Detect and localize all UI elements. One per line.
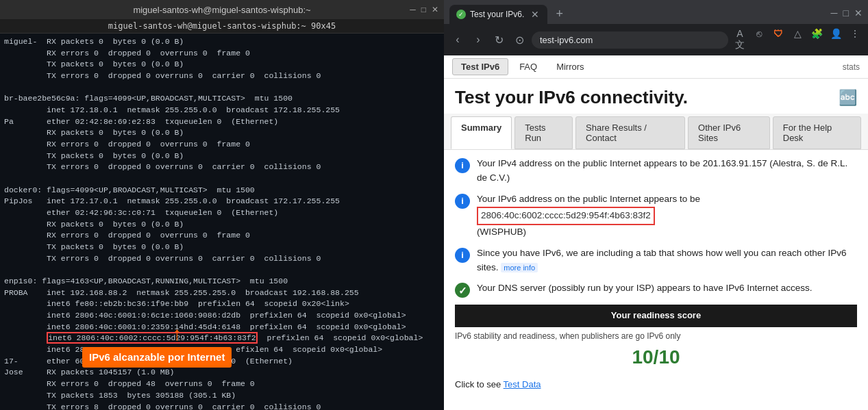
ipv6-arrow-label: IPv6 alcanzable por Internet xyxy=(82,347,232,368)
test-data-row: Click to see Test Data xyxy=(455,378,857,392)
term-line: TX packets 0 bytes 0 (0.0 B) xyxy=(4,151,440,162)
profile-icon[interactable]: 👤 xyxy=(828,28,843,51)
term-line: RX packets 0 bytes 0 (0.0 B) xyxy=(4,127,440,139)
info-icon-ipv6: i xyxy=(455,194,470,209)
terminal-body: miguel- RX packets 0 bytes 0 (0.0 B) RX … xyxy=(0,34,444,410)
ipv6-address-highlight: inet6 2806:40c:6002:cccc:5d29:954f:4b63:… xyxy=(47,332,258,344)
wallet-icon[interactable]: △ xyxy=(790,28,805,51)
menu-button[interactable]: ⋮ xyxy=(847,28,863,51)
term-line: PipJos inet 172.17.0.1 netmask 255.255.0… xyxy=(4,196,440,207)
info-icon-dns: ✓ xyxy=(455,283,470,298)
dns-info-text: Your DNS server (possibly run by your IS… xyxy=(477,281,857,296)
website-content: Test IPv6 FAQ Mirrors stats Test your IP… xyxy=(444,55,868,410)
term-line: docker0: flags=4099<UP,BROADCAST,MULTICA… xyxy=(4,185,440,196)
toolbar-icons: A文 ⎋ 🛡 △ 🧩 👤 ⋮ xyxy=(732,28,863,51)
terminal-subtitle: miguel-santos-wh@miguel-santos-wisphub:~… xyxy=(0,19,444,34)
readiness-score-bar: Your readiness score xyxy=(455,305,857,326)
tab-for-help-desk[interactable]: For the Help Desk xyxy=(773,116,861,149)
term-line: PROBA inet 192.168.88.2 netmask 255.255.… xyxy=(4,287,440,299)
translate-icon[interactable]: 🔤 xyxy=(839,89,857,107)
term-line: TX errors 0 dropped 0 overruns 0 carrier… xyxy=(4,253,440,265)
term-line: inet6 fe80::eb2b:bc36:1f9e:bb9 prefixlen… xyxy=(4,298,440,310)
new-tab-button[interactable]: + xyxy=(550,4,569,24)
ipv6-tab-info-row: i Since you have IPv6, we are including … xyxy=(455,246,857,275)
chrome-minimize-button[interactable]: ─ xyxy=(831,8,838,18)
tab-other-ipv6-sites[interactable]: Other IPv6 Sites xyxy=(688,116,770,149)
ipv6-tab-info-text: Since you have IPv6, we are including a … xyxy=(477,246,857,275)
browser-toolbar: ‹ › ↻ ⊙ A文 ⎋ 🛡 △ 🧩 👤 ⋮ xyxy=(444,24,868,55)
terminal-titlebar: miguel-santos-wh@miguel-santos-wisphub:~… xyxy=(0,0,444,19)
reload-button[interactable]: ↻ xyxy=(491,34,507,47)
info-icon-ipv4: i xyxy=(455,158,470,173)
arrow-up-icon: ↑ xyxy=(171,322,183,350)
terminal-title: miguel-santos-wh@miguel-santos-wisphub:~ xyxy=(133,5,310,15)
forward-button[interactable]: › xyxy=(470,34,486,46)
term-line: TX packets 1853 bytes 305188 (305.1 KB) xyxy=(4,390,440,402)
term-line: Pa ether 02:42:8e:69:e2:83 txqueuelen 0 … xyxy=(4,116,440,128)
term-line: RX errors 0 dropped 0 overruns 0 frame 0 xyxy=(4,230,440,242)
address-bar[interactable] xyxy=(532,31,728,49)
term-line: inet6 2806:40c:6001:0:2359:14hd:45d4:614… xyxy=(4,322,440,333)
chrome-window-controls: ─ □ ✕ xyxy=(831,8,863,21)
info-icon-tab: i xyxy=(455,248,470,263)
term-line xyxy=(4,173,440,185)
tab-summary[interactable]: Summary xyxy=(451,116,512,149)
tab-share-results[interactable]: Share Results / Contact xyxy=(575,116,685,149)
term-line-highlighted: inet6 2806:40c:6002:cccc:5d29:954f:4b63:… xyxy=(4,333,440,344)
term-line: RX errors 0 dropped 0 overruns 0 frame 0 xyxy=(4,48,440,60)
term-line: TX errors 8 dropped 0 overruns 0 carrier… xyxy=(4,402,440,411)
tab-close-button[interactable]: ✕ xyxy=(531,9,539,20)
ipv6-info-text: Your IPv6 address on the public Internet… xyxy=(477,192,857,240)
site-nav: Test IPv6 FAQ Mirrors stats xyxy=(444,55,868,79)
translate-icon[interactable]: A文 xyxy=(732,28,747,51)
minimize-button[interactable]: ─ xyxy=(410,5,416,14)
maximize-button[interactable]: □ xyxy=(421,5,426,14)
term-line xyxy=(4,264,440,276)
term-line: TX errors 0 dropped 0 overruns 0 carrier… xyxy=(4,71,440,82)
browser-chrome-bar: ✓ Test your IPv6. ✕ + ─ □ ✕ xyxy=(444,0,868,24)
test-data-link[interactable]: Test Data xyxy=(504,379,541,389)
score-display: 10/10 xyxy=(455,342,857,372)
term-line: inet 172.18.0.1 netmask 255.255.0.0 broa… xyxy=(4,105,440,116)
chrome-maximize-button[interactable]: □ xyxy=(843,8,849,18)
term-line: miguel- RX packets 0 bytes 0 (0.0 B) xyxy=(4,36,440,48)
dns-info-row: ✓ Your DNS server (possibly run by your … xyxy=(455,281,857,298)
ipv6-info-row: i Your IPv6 address on the public Intern… xyxy=(455,192,857,240)
term-line: RX errors 0 dropped 48 overruns 0 frame … xyxy=(4,379,440,390)
term-line: RX errors 0 dropped 0 overruns 0 frame 0 xyxy=(4,139,440,151)
site-nav-tab-mirrors[interactable]: Mirrors xyxy=(548,59,592,75)
term-line: TX errors 0 dropped 0 overruns 0 carrier… xyxy=(4,162,440,173)
term-line xyxy=(4,82,440,94)
brave-shield-icon[interactable]: 🛡 xyxy=(771,28,786,51)
term-line: TX packets 0 bytes 0 (0.0 B) xyxy=(4,59,440,71)
more-info-link[interactable]: more info xyxy=(501,263,538,272)
home-button[interactable]: ⊙ xyxy=(511,34,528,47)
content-tabs: Summary Tests Run Share Results / Contac… xyxy=(444,114,868,150)
term-line: inet6 2806:40c:6001:0:6c1e:1060:9086:d2d… xyxy=(4,310,440,322)
term-line: Jose RX packets 1045157 (1.0 MB) xyxy=(4,367,440,379)
site-nav-tab-faq[interactable]: FAQ xyxy=(511,59,545,75)
readiness-sub-text: IPv6 stability and readiness, when publi… xyxy=(455,330,857,343)
site-title: Test your IPv6 connectivity. xyxy=(455,87,688,108)
term-line: br-baee2be56c9a: flags=4099<UP,BROADCAST… xyxy=(4,93,440,105)
site-header: Test your IPv6 connectivity. 🔤 xyxy=(444,79,868,114)
term-line: ether 02:42:96:3c:c0:71 txqueuelen 0 (Et… xyxy=(4,207,440,219)
tab-favicon: ✓ xyxy=(456,10,466,19)
term-line: TX packets 0 bytes 0 (0.0 B) xyxy=(4,242,440,253)
term-line: RX packets 0 bytes 0 (0.0 B) xyxy=(4,219,440,231)
ipv4-info-row: i Your IPv4 address on the public Intern… xyxy=(455,157,857,185)
browser-pane: ✓ Test your IPv6. ✕ + ─ □ ✕ ‹ › ↻ ⊙ A文 ⎋… xyxy=(444,0,868,410)
ipv6-address-box: 2806:40c:6002:cccc:5d29:954f:4b63:83f2 xyxy=(477,207,655,225)
extensions-icon[interactable]: 🧩 xyxy=(809,28,824,51)
site-nav-stats[interactable]: stats xyxy=(843,62,860,72)
chrome-close-button[interactable]: ✕ xyxy=(854,8,863,18)
tab-tests-run[interactable]: Tests Run xyxy=(514,116,573,149)
share-icon[interactable]: ⎋ xyxy=(752,28,767,51)
back-button[interactable]: ‹ xyxy=(449,34,466,46)
test-data-label: Click to see xyxy=(455,379,501,389)
content-body: i Your IPv4 address on the public Intern… xyxy=(444,150,868,410)
ipv4-info-text: Your IPv4 address on the public Internet… xyxy=(477,157,857,185)
browser-tab[interactable]: ✓ Test your IPv6. ✕ xyxy=(449,5,547,24)
close-button[interactable]: ✕ xyxy=(432,5,438,14)
site-nav-tab-testipv6[interactable]: Test IPv6 xyxy=(452,58,508,75)
